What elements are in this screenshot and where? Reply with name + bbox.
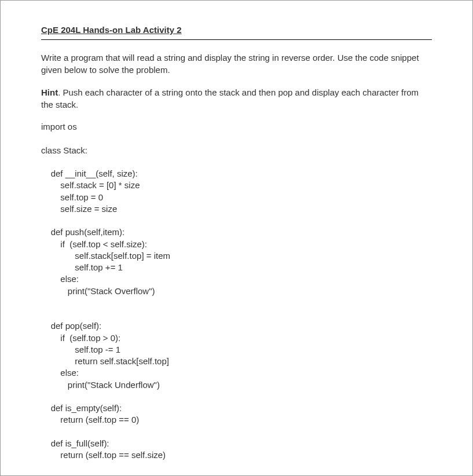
- intro-paragraph: Write a program that will read a string …: [41, 52, 432, 76]
- hint-label: Hint: [41, 87, 58, 97]
- code-snippet: import os class Stack: def __init__(self…: [41, 121, 432, 476]
- hint-paragraph: Hint. Push each character of a string on…: [41, 86, 432, 111]
- document-title: CpE 204L Hands-on Lab Activity 2: [41, 24, 432, 40]
- hint-text: . Push each character of a string onto t…: [41, 87, 419, 109]
